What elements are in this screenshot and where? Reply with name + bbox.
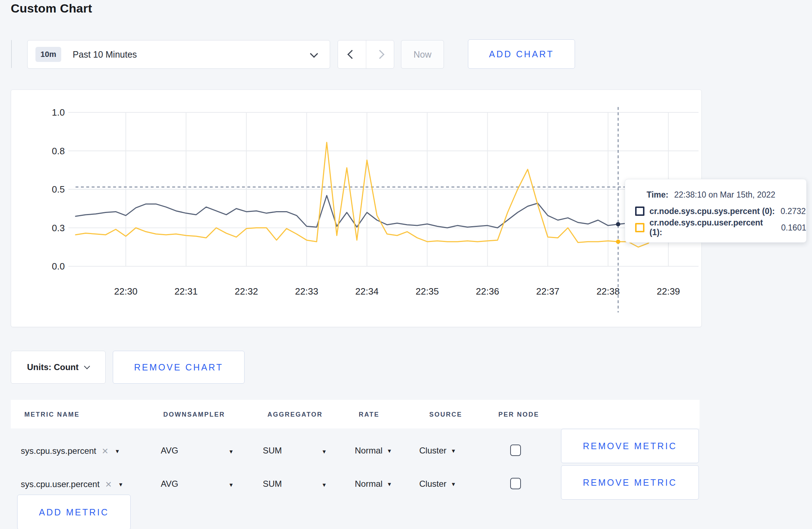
rate-select[interactable]: Normal ▼: [355, 479, 392, 489]
svg-text:22:36: 22:36: [476, 286, 499, 297]
toolbar-divider: [11, 40, 12, 68]
caret-down-icon[interactable]: ▼: [228, 448, 234, 455]
time-back-button[interactable]: [338, 40, 366, 68]
metric-name-value: sys.cpu.user.percent: [21, 479, 100, 489]
source-value: Cluster: [419, 446, 446, 456]
chevron-down-icon: [310, 50, 318, 58]
time-range-label: Past 10 Minutes: [73, 49, 137, 60]
caret-down-icon: ▼: [451, 448, 456, 454]
caret-down-icon: ▼: [451, 481, 456, 487]
svg-text:0.0: 0.0: [52, 261, 65, 272]
tooltip-series-row: cr.node.sys.cpu.sys.percent (0): 0.2732: [635, 203, 806, 219]
caret-down-icon: ▼: [387, 448, 392, 454]
column-header-downsampler: DOWNSAMPLER: [163, 411, 225, 418]
metric-name-select[interactable]: sys.cpu.sys.percent × ▼: [21, 446, 120, 456]
time-forward-button[interactable]: [366, 40, 394, 68]
per-node-checkbox[interactable]: [510, 445, 521, 456]
tooltip-time-label: Time:: [647, 190, 668, 200]
rate-select[interactable]: Normal ▼: [355, 446, 392, 456]
tooltip-time-row: Time: 22:38:10 on Mar 15th, 2022: [635, 186, 806, 203]
per-node-checkbox[interactable]: [510, 478, 521, 489]
legend-swatch-icon: [635, 207, 644, 216]
caret-down-icon[interactable]: ▼: [322, 448, 327, 455]
svg-text:22:39: 22:39: [657, 286, 680, 297]
rate-value: Normal: [355, 446, 382, 456]
downsampler-select[interactable]: AVG: [161, 479, 178, 489]
metrics-table-header: [11, 400, 700, 428]
chart-tooltip: Time: 22:38:10 on Mar 15th, 2022 cr.node…: [625, 179, 807, 243]
aggregator-select[interactable]: SUM: [263, 446, 282, 456]
chevron-right-icon: [376, 50, 385, 59]
add-chart-button[interactable]: ADD CHART: [468, 39, 575, 69]
source-value: Cluster: [419, 479, 446, 489]
custom-chart-page: Custom Chart 10m Past 10 Minutes Now ADD…: [0, 0, 812, 529]
remove-metric-button[interactable]: REMOVE METRIC: [561, 465, 699, 500]
clear-metric-icon[interactable]: ×: [105, 479, 112, 490]
column-header-aggregator: AGGREGATOR: [267, 411, 323, 418]
time-range-dropdown[interactable]: 10m Past 10 Minutes: [27, 40, 330, 69]
remove-chart-button[interactable]: REMOVE CHART: [113, 351, 245, 384]
downsampler-select[interactable]: AVG: [161, 446, 178, 456]
add-metric-button[interactable]: ADD METRIC: [17, 495, 131, 529]
units-label: Units: Count: [27, 362, 79, 372]
svg-text:0.3: 0.3: [52, 223, 65, 233]
svg-text:22:31: 22:31: [174, 286, 198, 297]
column-header-per-node: PER NODE: [498, 411, 539, 418]
caret-down-icon: ▼: [387, 481, 392, 487]
metric-name-select[interactable]: sys.cpu.user.percent × ▼: [21, 479, 124, 490]
tooltip-series-value: 0.2732: [780, 207, 806, 216]
svg-text:22:37: 22:37: [536, 286, 559, 297]
legend-swatch-icon: [635, 223, 644, 232]
source-select[interactable]: Cluster ▼: [419, 446, 456, 456]
svg-text:0.8: 0.8: [52, 146, 65, 156]
caret-down-icon[interactable]: ▼: [118, 481, 124, 487]
chevron-left-icon: [347, 50, 356, 59]
svg-text:22:33: 22:33: [295, 286, 318, 297]
page-title: Custom Chart: [11, 1, 92, 15]
tooltip-series-value: 0.1601: [781, 223, 806, 233]
tooltip-time-value: 22:38:10 on Mar 15th, 2022: [674, 190, 775, 200]
caret-down-icon[interactable]: ▼: [115, 448, 120, 454]
now-button[interactable]: Now: [401, 40, 444, 69]
svg-text:22:32: 22:32: [235, 286, 258, 297]
svg-text:1.0: 1.0: [52, 107, 65, 118]
svg-text:22:30: 22:30: [114, 286, 137, 297]
metric-name-value: sys.cpu.sys.percent: [21, 446, 96, 456]
tooltip-series-row: cr.node.sys.cpu.user.percent (1): 0.1601: [635, 219, 806, 236]
tooltip-series-name: cr.node.sys.cpu.sys.percent (0):: [649, 207, 775, 216]
tooltip-series-name: cr.node.sys.cpu.user.percent (1):: [649, 218, 775, 237]
custom-chart[interactable]: 0.00.30.50.81.022:3022:3122:3222:3322:34…: [11, 90, 701, 327]
caret-down-icon[interactable]: ▼: [322, 482, 327, 488]
svg-text:22:35: 22:35: [416, 286, 439, 297]
time-nav-group: [338, 40, 394, 69]
column-header-source: SOURCE: [429, 411, 462, 418]
units-dropdown[interactable]: Units: Count: [11, 351, 106, 384]
svg-text:22:38: 22:38: [596, 286, 620, 297]
chevron-down-icon: [84, 363, 90, 369]
remove-metric-button[interactable]: REMOVE METRIC: [561, 429, 699, 463]
time-range-badge: 10m: [35, 47, 61, 62]
svg-text:0.5: 0.5: [52, 184, 65, 195]
caret-down-icon[interactable]: ▼: [228, 482, 234, 488]
chart-card: 0.00.30.50.81.022:3022:3122:3222:3322:34…: [11, 89, 702, 327]
column-header-metric-name: METRIC NAME: [24, 411, 80, 418]
source-select[interactable]: Cluster ▼: [419, 479, 456, 489]
column-header-rate: RATE: [359, 411, 380, 418]
aggregator-select[interactable]: SUM: [263, 479, 282, 489]
clear-metric-icon[interactable]: ×: [102, 446, 108, 456]
svg-text:22:34: 22:34: [355, 286, 378, 297]
rate-value: Normal: [355, 479, 382, 489]
